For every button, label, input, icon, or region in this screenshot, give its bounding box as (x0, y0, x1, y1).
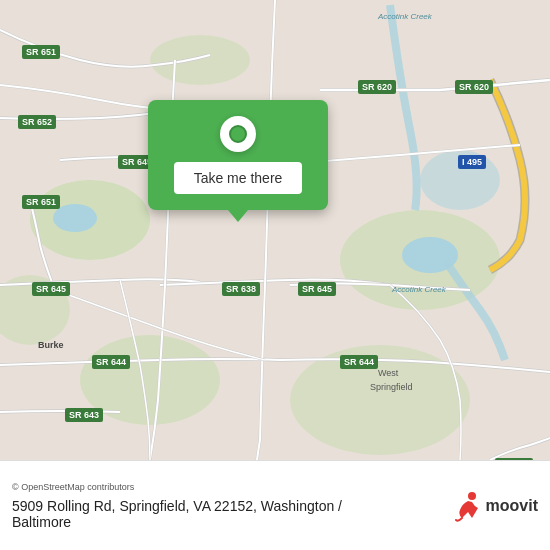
popup-card: Take me there (148, 100, 328, 210)
moovit-brand-name: moovit (486, 497, 538, 515)
bottom-bar: © OpenStreetMap contributors 5909 Rollin… (0, 460, 550, 550)
address-section: © OpenStreetMap contributors 5909 Rollin… (12, 482, 342, 530)
address-line: 5909 Rolling Rd, Springfield, VA 22152, … (12, 498, 342, 530)
road-badge-sr651-l: SR 651 (22, 195, 60, 209)
map-popup: Take me there (148, 100, 328, 222)
road-badge-sr620-l: SR 620 (358, 80, 396, 94)
road-badge-sr638: SR 638 (222, 282, 260, 296)
road-badge-sr644-l: SR 644 (92, 355, 130, 369)
popup-triangle (228, 210, 248, 222)
map-label-west: West (378, 368, 398, 378)
road-badge-i495: I 495 (458, 155, 486, 169)
map-label-accotink-lower: Accotink Creek (392, 285, 446, 294)
moovit-icon (450, 490, 482, 522)
map-label-burke: Burke (38, 340, 64, 350)
svg-point-4 (150, 35, 250, 85)
road-badge-sr652: SR 652 (18, 115, 56, 129)
road-badge-sr643: SR 643 (65, 408, 103, 422)
osm-credit: © OpenStreetMap contributors (12, 482, 342, 492)
road-badge-sr620-r: SR 620 (455, 80, 493, 94)
svg-point-10 (468, 492, 476, 500)
map-container: SR 651 SR 652 SR 651 SR 645 SR 645 SR 64… (0, 0, 550, 460)
road-badge-sr645-lr: SR 645 (298, 282, 336, 296)
road-badge-sr651-ul: SR 651 (22, 45, 60, 59)
road-badge-sr644-r: SR 644 (340, 355, 378, 369)
map-label-accotink-upper: Accotink Creek (378, 12, 432, 21)
map-label-springfield: Springfield (370, 382, 413, 392)
take-me-there-button[interactable]: Take me there (174, 162, 303, 194)
moovit-logo: moovit (450, 490, 538, 522)
road-badge-sr645-ll: SR 645 (32, 282, 70, 296)
moovit-text-block: moovit (486, 497, 538, 515)
location-pin (220, 116, 256, 152)
